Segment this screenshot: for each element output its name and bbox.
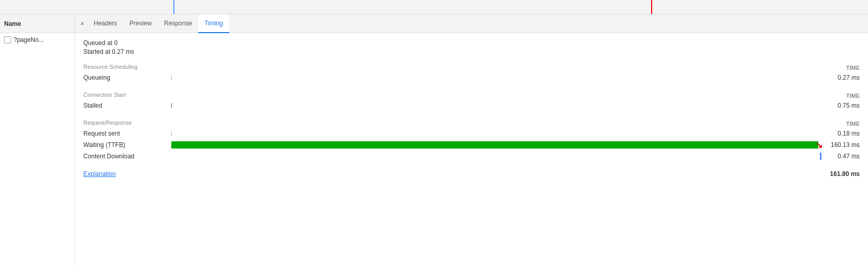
main-area: Name ?pageNo... × Headers Preview	[0, 14, 868, 265]
content-download-label: Content Download	[83, 153, 171, 160]
explanation-link[interactable]: Explanation	[83, 170, 116, 178]
waiting-ttfb-bar-area	[171, 139, 823, 151]
queueing-label: Queueing	[83, 74, 171, 81]
queueing-time: 0.27 ms	[823, 74, 860, 81]
stalled-label: Stalled	[83, 102, 171, 109]
row-queueing: Queueing 0.27 ms	[83, 72, 860, 83]
section-connection-start: Connection Start TIME Stalled 0.75 ms	[83, 92, 860, 111]
section-connection-start-label: Connection Start	[83, 92, 126, 98]
section-resource-scheduling-label: Resource Scheduling	[83, 64, 138, 70]
content-download-bar-area	[171, 151, 823, 162]
page-icon	[4, 36, 11, 43]
timeline-bar	[0, 0, 868, 14]
name-row[interactable]: ?pageNo...	[0, 33, 75, 47]
started-at: Started at 0.27 ms	[83, 48, 860, 55]
app-wrapper: Name ?pageNo... × Headers Preview	[0, 0, 868, 265]
time-col-label-1: TIME	[823, 65, 860, 71]
red-timeline-line	[651, 0, 652, 14]
tab-timing-label: Timing	[204, 20, 223, 27]
name-panel-header: Name	[0, 14, 75, 33]
row-request-sent: Request sent 0.18 ms	[83, 128, 860, 139]
close-icon: ×	[80, 20, 84, 27]
request-sent-label: Request sent	[83, 130, 171, 137]
time-col-label-2: TIME	[823, 93, 860, 99]
name-panel: Name ?pageNo...	[0, 14, 75, 265]
explanation-row: Explanation 161.80 ms	[83, 170, 860, 178]
tab-headers[interactable]: Headers	[87, 14, 123, 33]
request-sent-tick	[171, 131, 172, 136]
request-sent-time: 0.18 ms	[823, 130, 860, 137]
section-request-response-label: Request/Response	[83, 120, 132, 126]
ttfb-green-bar	[171, 141, 818, 149]
tabs-bar: × Headers Preview Response Timing	[75, 14, 868, 33]
section-resource-scheduling: Resource Scheduling TIME Queueing 0.27 m…	[83, 64, 860, 83]
queueing-tick	[171, 76, 172, 80]
total-time: 161.80 ms	[823, 170, 860, 178]
tab-close-button[interactable]: ×	[77, 19, 87, 29]
name-header-label: Name	[4, 20, 21, 27]
time-col-label-3: TIME	[823, 121, 860, 127]
stalled-time: 0.75 ms	[823, 102, 860, 109]
right-panel: × Headers Preview Response Timing Queued…	[75, 14, 868, 265]
tab-headers-label: Headers	[94, 20, 117, 27]
blue-timeline-line	[173, 0, 174, 14]
tab-response-label: Response	[164, 20, 192, 27]
timing-content: Queued at 0 Started at 0.27 ms Resource …	[75, 33, 868, 265]
waiting-ttfb-time: 160.13 ms	[823, 141, 860, 149]
waiting-ttfb-label: Waiting (TTFB)	[83, 141, 171, 149]
tab-preview[interactable]: Preview	[123, 14, 158, 33]
row-waiting-ttfb: Waiting (TTFB) ↘ 160.13 ms	[83, 139, 860, 151]
section-request-response: Request/Response TIME Request sent 0.18 …	[83, 120, 860, 162]
request-sent-bar-area	[171, 128, 823, 139]
tab-preview-label: Preview	[129, 20, 152, 27]
content-download-time: 0.47 ms	[823, 153, 860, 160]
red-arrow-indicator: ↘	[816, 140, 822, 150]
row-stalled: Stalled 0.75 ms	[83, 100, 860, 111]
stalled-bar-area	[171, 100, 823, 111]
tab-timing[interactable]: Timing	[198, 14, 229, 33]
row-content-download: Content Download 0.47 ms	[83, 151, 860, 162]
page-label: ?pageNo...	[13, 36, 44, 43]
stalled-tick	[171, 103, 172, 108]
content-download-bar	[820, 153, 821, 160]
queued-at: Queued at 0	[83, 39, 860, 47]
tab-response[interactable]: Response	[158, 14, 198, 33]
queueing-bar-area	[171, 72, 823, 83]
